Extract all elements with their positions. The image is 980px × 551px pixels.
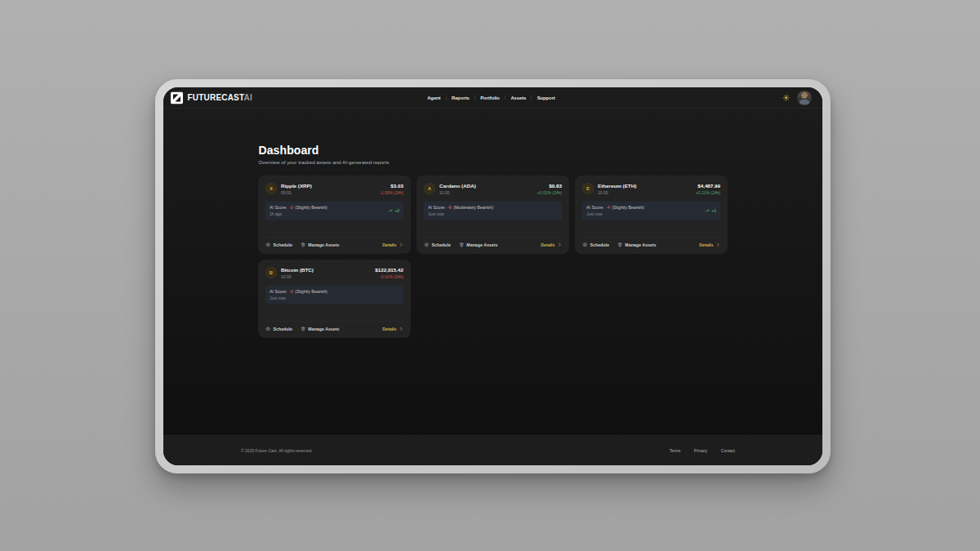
chevron-right-icon [399, 327, 404, 331]
price-change: -1.93% (24h) [380, 190, 403, 195]
ai-updated: 1h ago [270, 212, 327, 217]
trend-up-icon [388, 208, 394, 214]
card-actions: Schedule Manage Assets Details [424, 238, 562, 248]
site-footer: © 2025 Future Cast. All rights reserved.… [163, 435, 822, 465]
manage-assets-label: Manage Assets [308, 327, 339, 331]
asset-name: Ripple (XRP) [281, 183, 312, 189]
manage-assets-label: Manage Assets [466, 242, 497, 247]
ai-updated: Just now [586, 212, 644, 217]
schedule-button[interactable]: Schedule [424, 242, 451, 248]
trend-value: +1 [711, 208, 716, 213]
theme-toggle-button[interactable] [783, 95, 791, 102]
trash-icon [301, 242, 306, 248]
schedule-label: Schedule [274, 242, 292, 247]
ai-updated: Just now [428, 212, 493, 217]
gear-icon [265, 327, 271, 332]
trend-indicator: +1 [705, 208, 716, 214]
card-actions: Schedule Manage Assets Details [265, 238, 403, 248]
brand-text: FUTURECASTAI [188, 93, 252, 103]
trend-up-icon [705, 208, 710, 214]
trash-icon [301, 327, 306, 332]
details-label: Details [541, 242, 555, 247]
card-header: X Ripple (XRP) 09:00 $3.03 -1.93% (24h) [265, 183, 403, 195]
header-right [783, 91, 813, 105]
asset-price: $0.83 [537, 183, 562, 189]
nav-item[interactable]: Support [532, 96, 560, 100]
ai-score-value: -3 [288, 289, 294, 294]
manage-assets-button[interactable]: Manage Assets [301, 242, 340, 248]
nav-item[interactable]: Reports [447, 96, 475, 100]
details-button[interactable]: Details [699, 242, 720, 247]
footer-links: Terms Privacy Contact [670, 448, 735, 453]
asset-card: B Bitcoin (BTC) 10:00 $122,015.42 -0.01%… [259, 260, 411, 338]
schedule-label: Schedule [590, 242, 609, 247]
schedule-button[interactable]: Schedule [265, 242, 292, 248]
ai-score-value: -6 [447, 205, 452, 210]
ai-score-label: AI Score: [270, 289, 287, 294]
details-label: Details [382, 242, 396, 247]
card-actions: Schedule Manage Assets Details [582, 238, 720, 248]
manage-assets-button[interactable]: Manage Assets [459, 242, 498, 248]
nav-item[interactable]: Agent [422, 96, 446, 100]
asset-card: X Ripple (XRP) 09:00 $3.03 -1.93% (24h) … [259, 176, 411, 254]
details-button[interactable]: Details [382, 242, 403, 247]
trend-indicator: +2 [388, 208, 399, 214]
ai-score-label: AI Score: [428, 205, 446, 210]
schedule-label: Schedule [432, 242, 451, 247]
footer-link[interactable]: Contact [721, 448, 735, 453]
ai-sentiment: (Slightly Bearish) [612, 205, 644, 210]
page-subtitle: Overview of your tracked assets and AI-g… [259, 160, 728, 166]
cards-grid: X Ripple (XRP) 09:00 $3.03 -1.93% (24h) … [259, 176, 728, 338]
device-frame: FUTURECASTAI Agent Reports Portfolio Ass… [155, 79, 831, 473]
ai-score-box: AI Score: -4 (Slightly Bearish) Just now… [582, 202, 720, 220]
footer-link[interactable]: Privacy [694, 448, 707, 453]
ai-score-box: AI Score: -3 (Slightly Bearish) 1h ago +… [265, 202, 403, 220]
card-header: A Cardano (ADA) 10:00 $0.83 +0.01% (24h) [424, 183, 562, 195]
gear-icon [582, 242, 588, 248]
sun-icon [783, 95, 791, 102]
manage-assets-button[interactable]: Manage Assets [301, 327, 340, 332]
ai-score-label: AI Score: [586, 205, 604, 210]
user-avatar[interactable] [797, 91, 812, 105]
footer-link[interactable]: Terms [670, 448, 681, 453]
asset-time: 10:00 [598, 190, 636, 195]
asset-badge: X [265, 183, 277, 194]
card-header: E Ethereum (ETH) 10:00 $4,487.99 +0.21% … [582, 183, 720, 195]
ai-score-value: -4 [605, 205, 611, 210]
brand-name: FUTURECAST [188, 93, 244, 102]
gear-icon [265, 242, 271, 248]
brand-icon [171, 91, 183, 104]
asset-name: Ethereum (ETH) [598, 183, 636, 189]
main-nav: Agent Reports Portfolio Assets Support [422, 96, 561, 101]
screen: FUTURECASTAI Agent Reports Portfolio Ass… [163, 87, 822, 465]
asset-card: A Cardano (ADA) 10:00 $0.83 +0.01% (24h)… [417, 176, 569, 254]
asset-time: 10:00 [439, 190, 476, 195]
site-header: FUTURECASTAI Agent Reports Portfolio Ass… [163, 87, 822, 109]
schedule-button[interactable]: Schedule [582, 242, 609, 248]
asset-badge: A [424, 183, 435, 194]
details-label: Details [699, 242, 713, 247]
nav-item[interactable]: Portfolio [475, 96, 506, 100]
chevron-right-icon [716, 242, 721, 247]
ai-score-value: -3 [288, 205, 294, 210]
ai-score-line: AI Score: -6 (Moderately Bearish) [428, 205, 493, 210]
asset-card: E Ethereum (ETH) 10:00 $4,487.99 +0.21% … [576, 176, 728, 254]
nav-item[interactable]: Assets [506, 96, 532, 100]
futurecast-app: FUTURECASTAI Agent Reports Portfolio Ass… [163, 87, 822, 465]
details-label: Details [382, 327, 396, 331]
brand-logo: FUTURECASTAI [171, 91, 422, 104]
asset-badge: B [265, 267, 277, 278]
asset-time: 09:00 [281, 190, 312, 195]
ai-score-box: AI Score: -3 (Slightly Bearish) Just now [265, 286, 403, 304]
manage-assets-button[interactable]: Manage Assets [617, 242, 657, 248]
ai-sentiment: (Slightly Bearish) [295, 205, 327, 210]
details-button[interactable]: Details [382, 327, 403, 331]
ai-score-line: AI Score: -4 (Slightly Bearish) [586, 205, 644, 210]
asset-badge: E [582, 183, 594, 194]
details-button[interactable]: Details [541, 242, 562, 247]
asset-price: $4,487.99 [696, 183, 720, 189]
card-actions: Schedule Manage Assets Details [265, 322, 403, 332]
ai-score-label: AI Score: [270, 205, 287, 210]
manage-assets-label: Manage Assets [625, 242, 656, 247]
schedule-button[interactable]: Schedule [265, 327, 292, 332]
